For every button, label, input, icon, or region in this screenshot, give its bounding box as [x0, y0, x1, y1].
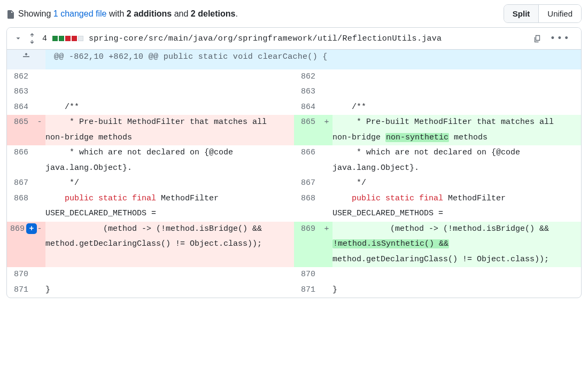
file-path[interactable]: spring-core/src/main/java/org/springfram… — [89, 34, 528, 43]
changed-files-link[interactable]: 1 changed file — [53, 9, 107, 18]
added-code: * Pre-built MethodFilter that matches al… — [332, 115, 581, 145]
diffstat-square-del — [65, 36, 71, 41]
added-code: (method -> (!method.isBridge() && !metho… — [332, 222, 581, 268]
file-header: 4 spring-core/src/main/java/org/springfr… — [7, 28, 581, 50]
deleted-code: (method -> (!method.isBridge() && method… — [45, 222, 294, 268]
diff-summary-bar: Showing 1 changed file with 2 additions … — [6, 3, 582, 27]
summary-deletions: 2 deletions — [191, 9, 236, 18]
hunk-header-row: @@ -862,10 +862,10 @@ public static void… — [7, 50, 581, 69]
old-line-number[interactable]: 862 — [7, 69, 34, 85]
word-diff-added: !method.isSynthetic() && — [332, 239, 449, 248]
table-row: 866 * which are not declared on {@code j… — [7, 145, 581, 176]
file-diff-icon — [6, 10, 15, 19]
table-row: 868 public static final MethodFilter USE… — [7, 191, 581, 222]
table-row: 871} 871} — [7, 283, 581, 298]
diff-view-toggle: Split Unified — [504, 4, 582, 23]
diff-summary-left: Showing 1 changed file with 2 additions … — [6, 9, 238, 19]
add-line-comment-button[interactable]: + — [26, 223, 37, 234]
old-code — [45, 69, 294, 85]
expand-all-icon[interactable] — [27, 33, 37, 44]
table-row: 865 - * Pre-built MethodFilter that matc… — [7, 115, 581, 145]
table-row: 863 863 — [7, 84, 581, 100]
diffstat-square-del — [72, 36, 77, 41]
unified-view-button[interactable]: Unified — [538, 5, 581, 22]
word-diff-added: non-synthetic — [385, 133, 449, 142]
expand-hunk-button[interactable] — [7, 50, 45, 69]
new-line-number[interactable]: 862 — [294, 69, 321, 85]
summary-mid: with — [106, 9, 126, 18]
table-row: 862 862 — [7, 69, 581, 85]
hunk-header-text: @@ -862,10 +862,10 @@ public static void… — [45, 50, 581, 69]
summary-prefix: Showing — [18, 9, 53, 18]
copy-path-icon[interactable] — [533, 34, 541, 43]
file-diffstat — [52, 36, 83, 41]
summary-additions: 2 additions — [127, 9, 172, 18]
summary-and: and — [172, 9, 191, 18]
diffstat-square-add — [59, 36, 64, 41]
diff-file: 4 spring-core/src/main/java/org/springfr… — [6, 27, 582, 298]
file-actions-menu[interactable]: ••• — [547, 33, 574, 44]
table-row: 864 /** 864 /** — [7, 100, 581, 115]
chevron-down-icon[interactable] — [14, 35, 22, 42]
diff-summary-text: Showing 1 changed file with 2 additions … — [18, 9, 238, 19]
new-code — [332, 69, 581, 85]
diffstat-square-add — [52, 36, 58, 41]
summary-suffix: . — [235, 9, 237, 18]
table-row: 870 870 — [7, 267, 581, 283]
table-row: 869+ - (method -> (!method.isBridge() &&… — [7, 222, 581, 268]
file-change-count: 4 — [42, 34, 47, 43]
split-view-button[interactable]: Split — [504, 5, 539, 22]
table-row: 867 */ 867 */ — [7, 176, 581, 191]
deleted-code: * Pre-built MethodFilter that matches al… — [45, 115, 294, 145]
diffstat-square-neutral — [78, 36, 83, 41]
old-line-number: 869 — [10, 224, 25, 233]
diff-table: @@ -862,10 +862,10 @@ public static void… — [7, 50, 581, 298]
